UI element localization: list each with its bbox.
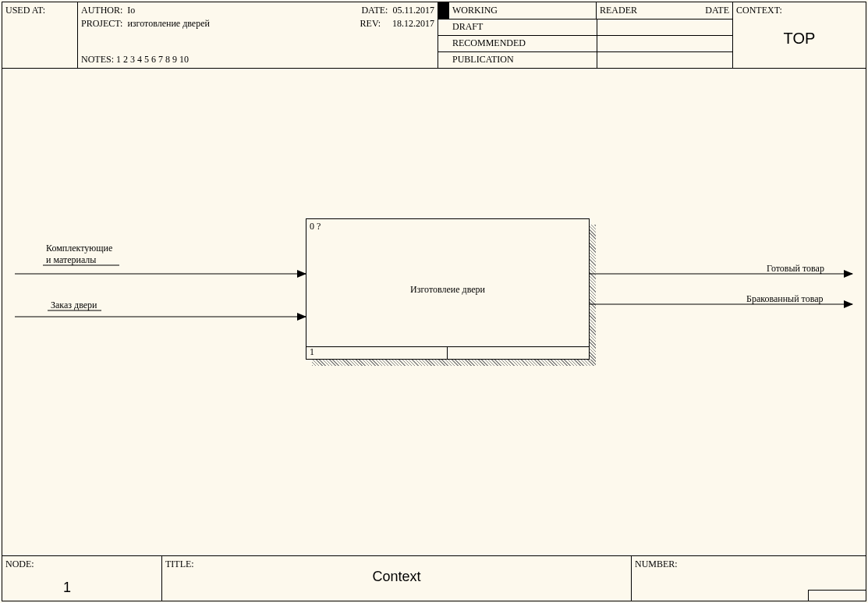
status-draft: DRAFT (438, 20, 597, 35)
box-shadow-right (590, 225, 596, 366)
output-label-2: Бракованный товар (746, 293, 824, 305)
notes-value: 1 2 3 4 5 6 7 8 9 10 (116, 54, 189, 65)
status-working: WORKING (449, 2, 597, 19)
header-status-block: WORKING READER DATE DRAFT RECOMMENDED PU… (438, 2, 733, 68)
input-label-1: Комплектующиеи материалы (46, 243, 112, 266)
node-value: 1 (63, 580, 71, 596)
status-publication: PUBLICATION (438, 52, 597, 68)
header: USED AT: AUTHOR: Io DATE: 05.11.2017 PRO… (2, 2, 866, 69)
footer: NODE: 1 TITLE: Context NUMBER: (2, 555, 866, 601)
context-label: CONTEXT: (736, 5, 782, 16)
notes-label: NOTES: (81, 54, 114, 65)
project-label: PROJECT: (81, 18, 122, 29)
header-author-block: AUTHOR: Io DATE: 05.11.2017 PROJECT: изг… (78, 2, 438, 68)
reader-label: READER (600, 5, 637, 16)
rev-value: 18.12.2017 (392, 18, 434, 29)
output-label-1: Готовый товар (767, 263, 824, 275)
rev-label: REV: (360, 18, 381, 29)
title-value: Context (372, 569, 420, 585)
author-value: Io (127, 5, 135, 16)
footer-number: NUMBER: (632, 556, 866, 601)
date-label: DATE: (361, 5, 388, 16)
box-bottom-num: 1 (310, 346, 314, 358)
input-label-2: Заказ двери (51, 300, 97, 311)
title-label: TITLE: (165, 559, 194, 569)
box-title: Изготовлеие двери (410, 283, 485, 295)
project-value: изготовление дверей (127, 18, 209, 29)
reader-date-label: DATE (705, 5, 729, 16)
date-value: 05.11.2017 (392, 5, 434, 16)
box-shadow-bottom (312, 360, 596, 366)
status-recommended: RECOMMENDED (438, 36, 597, 51)
footer-node: NODE: 1 (2, 556, 162, 601)
number-label: NUMBER: (635, 559, 678, 569)
node-label: NODE: (5, 559, 34, 569)
input-1-text: Комплектующиеи материалы (46, 243, 112, 265)
header-used-at: USED AT: (2, 2, 78, 68)
context-value: TOP (784, 30, 816, 48)
box-top-id: 0 ? (310, 221, 321, 232)
author-label: AUTHOR: (81, 5, 122, 16)
status-marker (438, 2, 449, 19)
footer-small-box (808, 590, 866, 601)
activity-box: 0 ? Изготовлеие двери 1 (306, 218, 590, 360)
header-context: CONTEXT: TOP (733, 2, 866, 68)
diagram-body: 0 ? Изготовлеие двери 1 Ко (2, 69, 866, 557)
footer-title: TITLE: Context (162, 556, 632, 601)
diagram-frame: USED AT: AUTHOR: Io DATE: 05.11.2017 PRO… (2, 2, 866, 601)
used-at-label: USED AT: (5, 5, 45, 16)
